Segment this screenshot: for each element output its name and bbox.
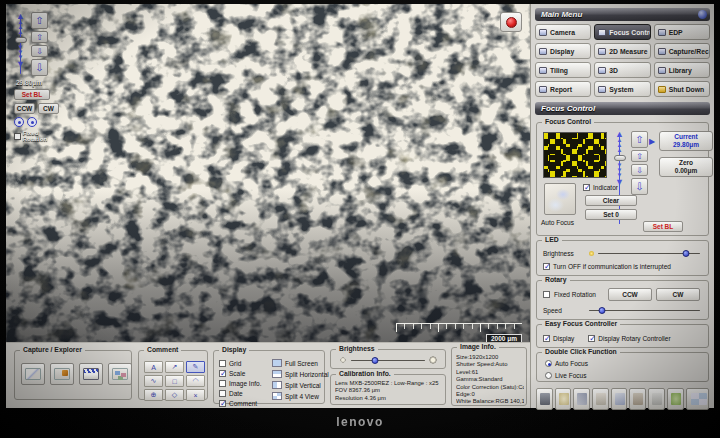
live-image-view[interactable]: ▲ ▲ ▲ ▲ ▼ ▼ ▼ ▼ ⇧ ⇧ ⇩ ⇩ <box>6 4 530 342</box>
split-4-view-button[interactable]: Split 4 View <box>272 392 329 400</box>
image-brightness-slider[interactable] <box>351 356 425 364</box>
toolbar-camera-button[interactable] <box>536 388 553 410</box>
clear-button[interactable]: Clear <box>585 195 637 206</box>
overlay-ccw-button[interactable]: CCW <box>14 103 35 114</box>
slider-knob[interactable] <box>682 250 689 257</box>
toolbar-eco-button[interactable] <box>667 388 684 410</box>
grid-checkbox[interactable] <box>219 360 226 367</box>
focus-down-fine-button[interactable]: ⇩ <box>631 164 648 176</box>
menu-focus-control-button[interactable]: Focus Control <box>594 24 650 40</box>
pointer-icon <box>615 393 625 405</box>
menu-system-button[interactable]: System <box>594 81 650 97</box>
menu-report-button[interactable]: Report <box>535 81 591 97</box>
capture-button[interactable] <box>21 363 45 385</box>
turn-off-label: Turn OFF if communication is interrupted <box>553 263 671 270</box>
overlay-focus-down-button[interactable]: ⇩ <box>31 59 48 76</box>
easy-display-checkbox[interactable] <box>543 335 550 342</box>
brightness-title: Brightness <box>336 345 378 352</box>
grid-checkbox-row[interactable]: Grid <box>219 359 262 368</box>
indicator-checkbox[interactable] <box>583 184 590 191</box>
focus-down-button[interactable]: ⇩ <box>631 178 648 195</box>
display-rotary-row[interactable]: Display Rotary Controller <box>588 334 670 343</box>
toolbar-lamp-button[interactable] <box>555 388 572 410</box>
slider-knob[interactable] <box>371 357 378 364</box>
explorer-button[interactable] <box>108 363 132 385</box>
focus-slider-knob[interactable] <box>614 155 626 161</box>
record-save-button[interactable] <box>50 363 74 385</box>
zero-position-button[interactable]: Zero 0.00μm <box>659 157 713 177</box>
menu-display-button[interactable]: Display <box>535 43 591 59</box>
overlay-cw-button[interactable]: CW <box>38 103 59 114</box>
turn-off-checkbox[interactable] <box>543 263 550 270</box>
comment-checkbox[interactable] <box>219 400 226 407</box>
comment-tool-text[interactable]: A <box>144 361 163 373</box>
menu-orb-icon[interactable] <box>698 10 707 19</box>
scale-checkbox[interactable] <box>219 370 226 377</box>
cw-button[interactable]: CW <box>656 288 700 301</box>
overlay-focus-down-fine-button[interactable]: ⇩ <box>31 45 48 57</box>
menu-edp-button[interactable]: EDP <box>654 24 710 40</box>
toolbar-annotation-button[interactable] <box>592 388 609 410</box>
comment-tool-rectangle[interactable]: □ <box>165 375 184 387</box>
focus-control-titlebar[interactable]: Focus Control <box>535 102 710 115</box>
slider-knob[interactable] <box>599 307 606 314</box>
image-info-checkbox-row[interactable]: Image Info. <box>219 379 262 388</box>
comment-tool-polygon[interactable]: ◇ <box>165 389 184 401</box>
menu-library-button[interactable]: Library <box>654 62 710 78</box>
display-rotary-checkbox[interactable] <box>588 335 595 342</box>
auto-focus-radio[interactable] <box>545 360 552 367</box>
easy-display-row[interactable]: Display <box>543 334 574 343</box>
overlay-focus-up-fine-button[interactable]: ⇧ <box>31 31 48 43</box>
camera-rec-button[interactable] <box>500 12 522 32</box>
led-brightness-slider[interactable] <box>598 249 700 257</box>
image-info-checkbox[interactable] <box>219 380 226 387</box>
split-horizontal-button[interactable]: Split Horizontal <box>272 370 329 378</box>
overlay-focus-up-button[interactable]: ⇧ <box>31 12 48 29</box>
comment-tool-freehand[interactable]: ∿ <box>144 375 163 387</box>
scale-checkbox-row[interactable]: Scale <box>219 369 262 378</box>
set-bl-button[interactable]: Set BL <box>643 221 683 232</box>
ccw-button[interactable]: CCW <box>608 288 652 301</box>
auto-focus-radio-row[interactable]: Auto Focus <box>545 359 588 368</box>
menu-shut-down-button[interactable]: Shut Down <box>654 81 710 97</box>
comment-checkbox-row[interactable]: Comment <box>219 399 262 408</box>
overlay-slider-knob[interactable] <box>15 37 27 43</box>
date-checkbox[interactable] <box>219 390 226 397</box>
auto-focus-thumbnail-button[interactable] <box>544 183 576 215</box>
set-0-button[interactable]: Set 0 <box>585 209 637 220</box>
menu-camera-button[interactable]: Camera <box>535 24 591 40</box>
menu-2d-measure-button[interactable]: 2D Measure <box>594 43 650 59</box>
menu-capture-rec-button[interactable]: Capture/Rec <box>654 43 710 59</box>
live-focus-radio[interactable] <box>545 372 552 379</box>
comment-tool-delete[interactable]: × <box>186 389 205 401</box>
main-menu-titlebar[interactable]: Main Menu <box>535 8 710 21</box>
movie-button[interactable] <box>79 363 103 385</box>
overlay-fixed-rotation-checkbox[interactable] <box>14 133 21 140</box>
toolbar-apps-button[interactable] <box>686 388 710 410</box>
comment-tool-pencil[interactable]: ✎ <box>186 361 205 373</box>
live-focus-radio-row[interactable]: Live Focus <box>545 371 588 380</box>
split-vertical-button[interactable]: Split Vertical <box>272 381 329 389</box>
toolbar-measure-button[interactable] <box>573 388 590 410</box>
focus-up-button[interactable]: ⇧ <box>631 131 648 148</box>
rotate-ccw-icon[interactable] <box>14 117 24 127</box>
overlay-focus-slider[interactable]: ▲ ▲ ▲ ▲ ▼ ▼ ▼ ▼ <box>14 12 27 76</box>
rotate-cw-icon[interactable] <box>27 117 37 127</box>
comment-tool-arrow[interactable]: ↗ <box>165 361 184 373</box>
fixed-rotation-checkbox[interactable] <box>543 291 550 298</box>
full-screen-button[interactable]: Full Screen <box>272 359 329 367</box>
toolbar-gallery-button[interactable] <box>629 388 646 410</box>
menu-tiling-button[interactable]: Tiling <box>535 62 591 78</box>
focus-up-fine-button[interactable]: ⇧ <box>631 150 648 162</box>
current-position-button[interactable]: Current 29.80μm <box>659 131 713 151</box>
led-turnoff-row[interactable]: Turn OFF if communication is interrupted <box>543 263 671 270</box>
overlay-set-bl-button[interactable]: Set BL <box>14 89 50 100</box>
comment-tool-curve[interactable]: ◠ <box>186 375 205 387</box>
toolbar-pointer-button[interactable] <box>611 388 628 410</box>
toolbar-printer-button[interactable] <box>648 388 665 410</box>
menu-3d-button[interactable]: 3D <box>594 62 650 78</box>
date-checkbox-row[interactable]: Date <box>219 389 262 398</box>
indicator-checkbox-row[interactable]: Indicator <box>583 183 618 192</box>
comment-tool-stamp[interactable]: ⊕ <box>144 389 163 401</box>
rotary-speed-slider[interactable] <box>589 306 700 314</box>
